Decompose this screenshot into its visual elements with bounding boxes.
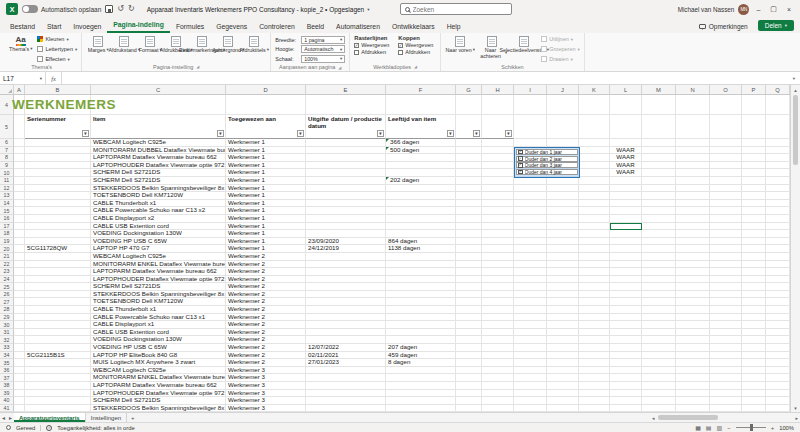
cell-E34[interactable]: 02/11/2021	[306, 352, 386, 360]
cell-A16[interactable]	[14, 215, 25, 223]
cell-D19[interactable]: Werknemer 1	[226, 238, 306, 246]
cell-L29[interactable]	[610, 314, 642, 322]
cell-M36[interactable]	[642, 367, 676, 375]
cell-A28[interactable]	[14, 306, 25, 314]
tab-beeld[interactable]: Beeld	[301, 21, 330, 33]
cell-L28[interactable]	[610, 306, 642, 314]
cell-B17[interactable]	[25, 223, 91, 231]
row-header-7[interactable]: 7	[0, 147, 14, 155]
cell-A6[interactable]	[14, 139, 25, 147]
cell-G38[interactable]	[456, 382, 482, 390]
cell-H26[interactable]	[482, 291, 514, 299]
cell-D41[interactable]: Werknemer 3	[226, 405, 306, 412]
cell-C18[interactable]: VOEDING Dockingstation 130W	[91, 230, 226, 238]
cell-G9[interactable]	[456, 162, 482, 170]
insert-function-button[interactable]: fx	[46, 72, 62, 84]
cell-P17[interactable]	[742, 223, 766, 231]
cell-O37[interactable]	[710, 374, 742, 382]
cell-C7[interactable]: MONITORARM DUBBEL Dataflex Viewmate bure…	[91, 147, 226, 155]
col-header-O[interactable]: O	[710, 85, 742, 94]
cell-O21[interactable]	[710, 253, 742, 261]
cell-J39[interactable]	[547, 390, 579, 398]
macro-record-icon[interactable]	[6, 425, 11, 430]
cell-C16[interactable]: CABLE Displayport x2	[91, 215, 226, 223]
cell-B18[interactable]	[25, 230, 91, 238]
cell-K14[interactable]	[579, 200, 610, 208]
col-header-E[interactable]: E	[306, 85, 386, 94]
cell-G26[interactable]	[456, 291, 482, 299]
cell-B13[interactable]	[25, 192, 91, 200]
cell-A40[interactable]	[14, 397, 25, 405]
cell-E38[interactable]	[306, 382, 386, 390]
cell-F9[interactable]	[386, 162, 456, 170]
cell-A37[interactable]	[14, 374, 25, 382]
cell-I15[interactable]	[514, 207, 547, 215]
row-header-26[interactable]: 26	[0, 291, 14, 299]
cell-C10[interactable]: SCHERM Dell S2721DS	[91, 169, 226, 177]
cell[interactable]	[766, 95, 790, 115]
cell-F22[interactable]	[386, 261, 456, 269]
cell-E9[interactable]	[306, 162, 386, 170]
cell-D9[interactable]: Werknemer 1	[226, 162, 306, 170]
row-header-6[interactable]: 6	[0, 139, 14, 147]
cell-G25[interactable]	[456, 283, 482, 291]
cell-A26[interactable]	[14, 291, 25, 299]
header-cell-F[interactable]: Leeftijd van item▾	[386, 115, 456, 139]
tab-bestand[interactable]: Bestand	[4, 21, 41, 33]
cell-O22[interactable]	[710, 261, 742, 269]
row-header-18[interactable]: 18	[0, 230, 14, 238]
user-name[interactable]: Michael van Nassen	[678, 6, 735, 13]
cell-H19[interactable]	[482, 238, 514, 246]
cell-L18[interactable]	[610, 230, 642, 238]
row-header-21[interactable]: 21	[0, 253, 14, 261]
cell-I35[interactable]	[514, 359, 547, 367]
cell-M31[interactable]	[642, 329, 676, 337]
cell-Q39[interactable]	[766, 390, 790, 398]
cell-F17[interactable]	[386, 223, 456, 231]
cell-M38[interactable]	[642, 382, 676, 390]
cell-M25[interactable]	[642, 283, 676, 291]
cell[interactable]	[547, 95, 579, 115]
cell-P20[interactable]	[742, 245, 766, 253]
cell-Q31[interactable]	[766, 329, 790, 337]
cell-P28[interactable]	[742, 306, 766, 314]
row-header-20[interactable]: 20	[0, 245, 14, 253]
col-header-G[interactable]: G	[456, 85, 482, 94]
cell-F35[interactable]: 8 dagen	[386, 359, 456, 367]
cell-F21[interactable]	[386, 253, 456, 261]
col-header-L[interactable]: L	[610, 85, 642, 94]
normal-view-button[interactable]: ▦	[695, 424, 701, 431]
cell-C29[interactable]: CABLE Powercable Schuko naar C13 x1	[91, 314, 226, 322]
cell-B34[interactable]: 5CG2115B1S	[25, 352, 91, 360]
cell-M17[interactable]	[642, 223, 676, 231]
hscroll-right-icon[interactable]: ▸	[795, 415, 798, 421]
cell-G41[interactable]	[456, 405, 482, 412]
cell-D40[interactable]: Werknemer 3	[226, 397, 306, 405]
cell-G16[interactable]	[456, 215, 482, 223]
cell-Q18[interactable]	[766, 230, 790, 238]
cell-J15[interactable]	[547, 207, 579, 215]
cell-M16[interactable]	[642, 215, 676, 223]
cell-D17[interactable]: Werknemer 1	[226, 223, 306, 231]
cell-H33[interactable]	[482, 344, 514, 352]
cell-F19[interactable]: 864 dagen	[386, 238, 456, 246]
cell-I38[interactable]	[514, 382, 547, 390]
cell-P26[interactable]	[742, 291, 766, 299]
cell-J28[interactable]	[547, 306, 579, 314]
cell-O31[interactable]	[710, 329, 742, 337]
cell-Q20[interactable]	[766, 245, 790, 253]
cell-G36[interactable]	[456, 367, 482, 375]
cell-K29[interactable]	[579, 314, 610, 322]
cell-O15[interactable]	[710, 207, 742, 215]
cell-O24[interactable]	[710, 276, 742, 284]
cell-F41[interactable]	[386, 405, 456, 412]
cell-E27[interactable]	[306, 298, 386, 306]
cell-J33[interactable]	[547, 344, 579, 352]
select-all-button[interactable]	[0, 85, 14, 94]
cell-Q30[interactable]	[766, 321, 790, 329]
cell-H7[interactable]	[482, 147, 514, 155]
row-header-12[interactable]: 12	[0, 185, 14, 193]
cell-H18[interactable]	[482, 230, 514, 238]
cell-O25[interactable]	[710, 283, 742, 291]
cell-N11[interactable]	[676, 177, 710, 185]
